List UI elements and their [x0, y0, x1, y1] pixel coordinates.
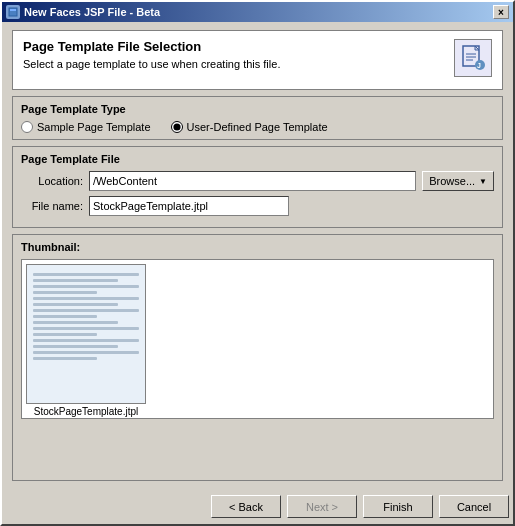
- close-button[interactable]: ×: [493, 5, 509, 19]
- page-line-6: [33, 303, 118, 306]
- page-line-13: [33, 345, 118, 348]
- template-file-label: Page Template File: [21, 153, 494, 165]
- page-line-3: [33, 285, 139, 288]
- page-line-12: [33, 339, 139, 342]
- location-input[interactable]: [89, 171, 416, 191]
- thumbnail-area: StockPageTemplate.jtpl: [21, 259, 494, 419]
- titlebar-left: New Faces JSP File - Beta: [6, 5, 160, 19]
- dialog-window: New Faces JSP File - Beta × Page Templat…: [0, 0, 515, 526]
- window-title: New Faces JSP File - Beta: [24, 6, 160, 18]
- template-type-label: Page Template Type: [21, 103, 494, 115]
- page-line-1: [33, 273, 139, 276]
- browse-label: Browse...: [429, 175, 475, 187]
- template-file-section: Page Template File Location: Browse... ▼…: [12, 146, 503, 228]
- page-line-10: [33, 327, 139, 330]
- browse-button[interactable]: Browse... ▼: [422, 171, 494, 191]
- location-row: Location: Browse... ▼: [21, 171, 494, 191]
- svg-rect-1: [10, 9, 16, 11]
- user-defined-template-radio[interactable]: [171, 121, 183, 133]
- page-line-11: [33, 333, 97, 336]
- thumbnail-section: Thumbnail:: [12, 234, 503, 481]
- sample-template-label: Sample Page Template: [37, 121, 151, 133]
- user-defined-template-radio-item[interactable]: User-Defined Page Template: [171, 121, 328, 133]
- page-lines: [33, 273, 139, 395]
- page-line-5: [33, 297, 139, 300]
- header-text: Page Template File Selection Select a pa…: [23, 39, 280, 70]
- sample-template-radio-item[interactable]: Sample Page Template: [21, 121, 151, 133]
- thumbnail-label: Thumbnail:: [21, 241, 494, 253]
- filename-row: File name:: [21, 196, 494, 216]
- dialog-subtitle: Select a page template to use when creat…: [23, 58, 280, 70]
- filename-label: File name:: [21, 200, 83, 212]
- location-label: Location:: [21, 175, 83, 187]
- titlebar: New Faces JSP File - Beta ×: [2, 2, 513, 22]
- page-line-8: [33, 315, 97, 318]
- filename-input[interactable]: [89, 196, 289, 216]
- back-button[interactable]: < Back: [211, 495, 281, 518]
- header-section: Page Template File Selection Select a pa…: [12, 30, 503, 90]
- page-line-7: [33, 309, 139, 312]
- finish-button[interactable]: Finish: [363, 495, 433, 518]
- thumbnail-name: StockPageTemplate.jtpl: [34, 406, 139, 417]
- header-icon: J: [454, 39, 492, 77]
- page-line-2: [33, 279, 118, 282]
- browse-dropdown-arrow: ▼: [479, 177, 487, 186]
- window-icon: [6, 5, 20, 19]
- next-button[interactable]: Next >: [287, 495, 357, 518]
- page-line-9: [33, 321, 118, 324]
- thumbnail-image: [26, 264, 146, 404]
- radio-group: Sample Page Template User-Defined Page T…: [21, 121, 494, 133]
- template-type-section: Page Template Type Sample Page Template …: [12, 96, 503, 140]
- cancel-button[interactable]: Cancel: [439, 495, 509, 518]
- page-line-14: [33, 351, 139, 354]
- button-bar: < Back Next > Finish Cancel: [2, 489, 513, 524]
- main-content: Page Template File Selection Select a pa…: [2, 22, 513, 489]
- page-line-15: [33, 357, 97, 360]
- user-defined-template-label: User-Defined Page Template: [187, 121, 328, 133]
- thumbnail-item[interactable]: StockPageTemplate.jtpl: [26, 264, 146, 417]
- page-line-4: [33, 291, 97, 294]
- dialog-title: Page Template File Selection: [23, 39, 280, 54]
- svg-text:J: J: [477, 62, 481, 69]
- sample-template-radio[interactable]: [21, 121, 33, 133]
